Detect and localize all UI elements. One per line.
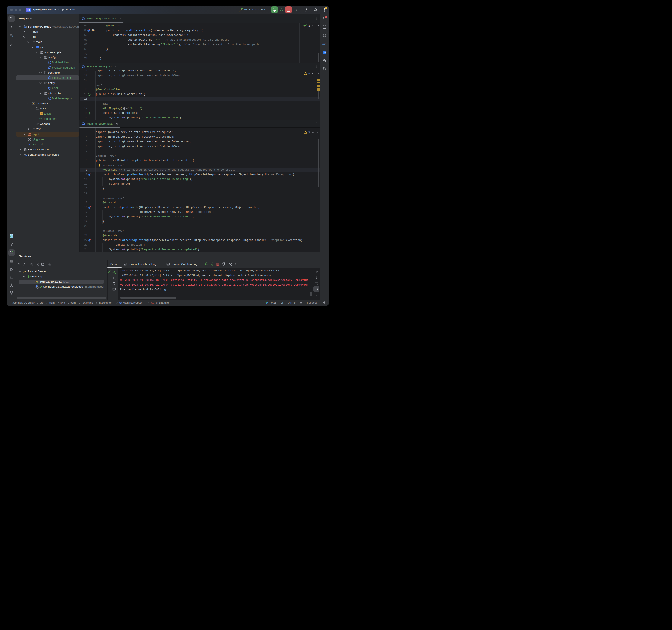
svg-text:?: ? — [12, 35, 13, 37]
svg-text:m: m — [152, 302, 153, 304]
